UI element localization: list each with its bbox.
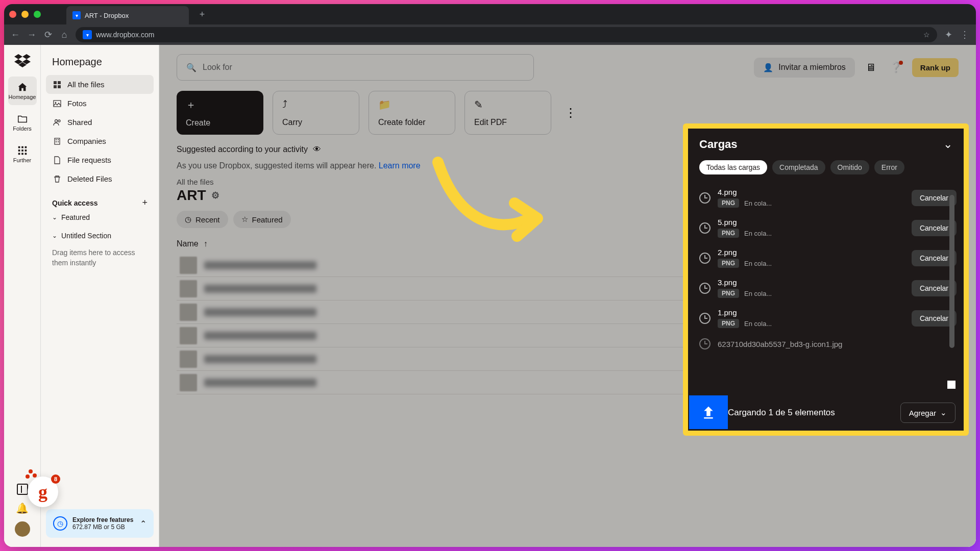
- untitled-section[interactable]: ⌄ Untitled Section: [46, 227, 154, 245]
- new-tab-button[interactable]: +: [195, 7, 209, 21]
- sidebar-collapse-icon[interactable]: [17, 484, 28, 495]
- eye-icon[interactable]: 👁: [313, 145, 321, 154]
- browser-tab[interactable]: ▾ ART - Dropbox: [66, 6, 189, 24]
- promo-card[interactable]: ◷ Explore free features 672.87 MB or 5 G…: [46, 509, 154, 538]
- file-thumb-icon: [180, 257, 197, 274]
- help-button[interactable]: ❔: [887, 58, 906, 77]
- url-text: www.dropbox.com: [96, 31, 154, 39]
- star-icon[interactable]: ☆: [923, 31, 930, 39]
- file-thumb-icon: [180, 327, 197, 344]
- add-button[interactable]: Agregar ⌄: [900, 403, 955, 423]
- featured-section[interactable]: ⌄ Featured: [46, 208, 154, 227]
- recent-chip[interactable]: ◷ Recent: [177, 211, 228, 228]
- upload-status: En cola...: [744, 290, 772, 297]
- create-button[interactable]: ＋ Create: [177, 91, 263, 135]
- edit-icon: ✎: [474, 98, 542, 111]
- notifications-button[interactable]: 🔔: [16, 502, 29, 514]
- maximize-window-icon[interactable]: [34, 11, 41, 18]
- file-name-blurred: [204, 332, 316, 340]
- upload-list[interactable]: 4.png PNGEn cola... Cancelar 5.png PNGEn…: [688, 180, 964, 395]
- floating-widget[interactable]: g 8: [28, 477, 58, 507]
- gear-icon[interactable]: ⚙: [211, 190, 219, 201]
- forward-icon[interactable]: →: [27, 30, 37, 40]
- clock-icon: [699, 222, 710, 234]
- upload-arrow-icon: [701, 405, 716, 420]
- search-input[interactable]: 🔍 Look for: [177, 54, 534, 81]
- file-thumb-icon: [180, 350, 197, 368]
- reload-icon[interactable]: ⟳: [43, 30, 53, 40]
- svg-rect-7: [21, 153, 23, 155]
- rail-further[interactable]: Further: [8, 140, 37, 168]
- sidebar-item-shared[interactable]: Shared: [46, 113, 154, 132]
- clock-icon: [699, 283, 710, 294]
- rail-folders[interactable]: Folders: [8, 108, 37, 137]
- dropbox-favicon-icon: ▾: [72, 11, 81, 19]
- edit-pdf-button[interactable]: ✎ Edit PDF: [464, 91, 551, 135]
- rank-up-button[interactable]: Rank up: [912, 58, 959, 77]
- svg-rect-15: [58, 139, 59, 140]
- menu-icon[interactable]: ⋮: [960, 30, 970, 40]
- plus-icon: ＋: [186, 98, 254, 112]
- close-window-icon[interactable]: [9, 11, 16, 18]
- rail-home[interactable]: Homepage: [8, 77, 37, 105]
- carry-button[interactable]: ⤴ Carry: [273, 91, 359, 135]
- file-name-blurred: [204, 261, 316, 269]
- tab-error[interactable]: Error: [874, 160, 904, 174]
- window-controls[interactable]: [9, 11, 41, 18]
- uploads-footer: Cargando 1 de 5 elementos Agregar ⌄: [688, 395, 964, 431]
- clock-icon: [699, 338, 710, 349]
- building-icon: [53, 137, 61, 145]
- svg-rect-4: [21, 149, 23, 152]
- chevron-down-icon[interactable]: ⌄: [943, 138, 952, 151]
- progress-icon: ◷: [53, 516, 67, 531]
- extensions-icon[interactable]: ✦: [943, 30, 953, 40]
- invite-label: Invitar a miembros: [778, 63, 846, 72]
- learn-more-link[interactable]: Learn more: [379, 161, 421, 170]
- featured-label: Featured: [252, 215, 283, 224]
- sidebar: Homepage All the files Fotos Shared Comp…: [41, 45, 159, 547]
- grid-icon: [53, 81, 61, 89]
- chevron-down-icon: ⌄: [52, 232, 57, 239]
- upload-status: En cola...: [744, 199, 772, 207]
- featured-chip[interactable]: ☆ Featured: [233, 211, 291, 228]
- home-browser-icon[interactable]: ⌂: [59, 30, 69, 40]
- svg-rect-0: [18, 146, 20, 148]
- sidebar-item-deleted[interactable]: Deleted Files: [46, 169, 154, 188]
- more-actions-button[interactable]: ⋮: [565, 106, 577, 120]
- back-icon[interactable]: ←: [10, 30, 20, 40]
- svg-rect-3: [18, 149, 20, 152]
- chevron-down-icon: ⌄: [940, 408, 947, 417]
- sidebar-item-companies[interactable]: Companies: [46, 132, 154, 151]
- avatar[interactable]: [15, 521, 30, 537]
- sidebar-item-file-requests[interactable]: File requests: [46, 151, 154, 169]
- sidebar-item-label: Shared: [67, 118, 92, 127]
- scrollbar[interactable]: [949, 195, 954, 348]
- rail-folders-label: Folders: [13, 126, 32, 132]
- clock-icon: ◷: [185, 215, 191, 224]
- tab-all-uploads[interactable]: Todas las cargas: [699, 160, 767, 174]
- app-switcher-button[interactable]: 🖥: [861, 58, 880, 77]
- sidebar-item-label: Deleted Files: [67, 174, 112, 183]
- address-bar[interactable]: ▾ www.dropbox.com ☆: [76, 27, 937, 42]
- svg-rect-2: [24, 146, 27, 148]
- tab-completed[interactable]: Completada: [772, 160, 825, 174]
- invite-button[interactable]: 👤 Invitar a miembros: [754, 58, 855, 78]
- upload-row: 3.png PNGEn cola... Cancelar: [699, 273, 957, 303]
- svg-rect-6: [18, 153, 20, 155]
- upload-filename: 623710dd30ab5537_bd3-g.icon1.jpg: [718, 340, 957, 348]
- tab-skipped[interactable]: Omitido: [830, 160, 869, 174]
- resize-handle-icon[interactable]: [947, 381, 955, 389]
- minimize-window-icon[interactable]: [21, 11, 29, 18]
- annotation-arrow-icon: [428, 152, 550, 254]
- folder-name: ART: [177, 187, 206, 204]
- sidebar-item-photos[interactable]: Fotos: [46, 94, 154, 113]
- upload-filename: 2.png: [718, 248, 904, 257]
- create-folder-button[interactable]: 📁 Create folder: [369, 91, 455, 135]
- add-quick-access-button[interactable]: +: [142, 197, 148, 208]
- dropbox-logo-icon[interactable]: [14, 54, 31, 68]
- add-label: Agregar: [909, 409, 936, 417]
- rail-home-label: Homepage: [9, 94, 36, 100]
- uploads-panel: Cargas ⌄ Todas las cargas Completada Omi…: [683, 123, 969, 436]
- name-column: Name: [177, 239, 199, 248]
- sidebar-item-all-files[interactable]: All the files: [46, 75, 154, 94]
